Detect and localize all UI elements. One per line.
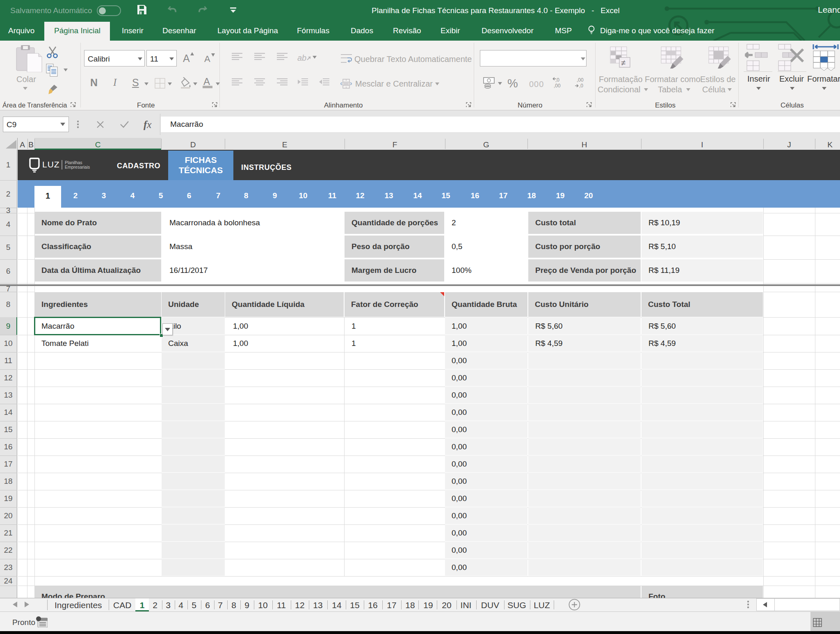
svg-text:,0: ,0 — [555, 77, 559, 83]
svg-text:,00: ,00 — [554, 83, 561, 89]
svg-text:≠: ≠ — [621, 58, 625, 67]
svg-text:,0: ,0 — [579, 83, 583, 89]
svg-text:ab: ab — [297, 53, 306, 62]
svg-text:,00: ,00 — [577, 77, 584, 83]
